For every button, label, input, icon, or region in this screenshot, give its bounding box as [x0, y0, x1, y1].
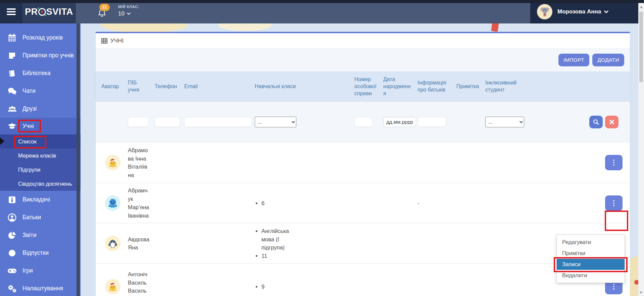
- sidebar-item-nalashtuvannia[interactable]: Налаштування: [0, 280, 81, 296]
- import-button[interactable]: ІМПОРТ: [558, 54, 589, 66]
- pie-chart-icon: [7, 231, 17, 239]
- app-window: PRSVITA 21 МІЙ КЛАС: 10 Морозова Анна Ро…: [0, 0, 644, 296]
- sidebar-item-biblioteka[interactable]: Бібліотека: [0, 64, 81, 82]
- student-inclusive: [483, 264, 533, 296]
- student-case-number: [352, 183, 381, 223]
- table-row: Абрамчук Мар’яна Іванівна6-: [96, 183, 630, 223]
- column-header-8: Інформація про батьків: [415, 71, 454, 102]
- sidebar-item-merezha-klasiv[interactable]: Мережа класів: [0, 149, 81, 163]
- chevron-down-icon: [127, 12, 131, 15]
- app-logo[interactable]: PRSVITA: [25, 7, 73, 17]
- column-header-4: Email: [182, 71, 252, 102]
- filter-phone-input[interactable]: [155, 117, 180, 127]
- scrollbar-thumb[interactable]: [639, 12, 643, 82]
- hamburger-icon: [7, 7, 16, 17]
- student-note: [454, 223, 483, 264]
- sidebar-item-rozklad-urokiv[interactable]: Розклад уроків: [0, 29, 81, 47]
- row-actions-button[interactable]: [605, 155, 623, 170]
- my-class-dropdown[interactable]: 10: [118, 10, 139, 17]
- table-header-row: АватарПІБ учняТелефонEmailНавчальні клас…: [96, 71, 630, 102]
- book-icon: [7, 69, 17, 77]
- sidebar-item-svidotstvo-dosiahnen[interactable]: Свідоцтво досягнень: [0, 177, 81, 191]
- column-header-1: Аватар: [96, 71, 125, 102]
- tie-icon: [7, 196, 17, 204]
- student-parents-info: [415, 142, 454, 183]
- sidebar-item-uchni[interactable]: Учні: [0, 118, 81, 134]
- student-avatar-chick-santa: [105, 155, 120, 170]
- circle-icon: [7, 249, 17, 257]
- student-classes: 6: [252, 183, 352, 223]
- sidebar-item-ihry[interactable]: Ігри: [0, 262, 81, 280]
- sidebar-item-label: Свідоцтво досягнень: [18, 181, 72, 187]
- student-birth-date: [381, 183, 415, 223]
- clear-filters-button[interactable]: [605, 116, 618, 128]
- student-name: Антоніч Василь Васильович: [125, 264, 152, 296]
- filter-classes-select[interactable]: ...: [255, 117, 296, 127]
- student-avatar-chick-santa: [105, 279, 120, 294]
- sidebar-scrollbar[interactable]: [77, 23, 80, 296]
- hamburger-menu-button[interactable]: [0, 0, 22, 23]
- calendar-icon: [7, 34, 17, 42]
- student-inclusive: [483, 183, 533, 223]
- sidebar-item-prymitky-pro-uchniv[interactable]: Примітки про учнів: [0, 47, 81, 64]
- sidebar-item-label: Налаштування: [22, 285, 63, 292]
- filter-name-input[interactable]: [128, 117, 149, 127]
- sidebar-item-label: Чати: [22, 87, 36, 95]
- student-avatar-octopus: [105, 195, 120, 211]
- sidebar-item-druzi[interactable]: Друзі: [0, 100, 81, 118]
- table-row: Абрамова Інна Віталіївна: [96, 142, 630, 183]
- sidebar-item-label: Викладачі: [22, 196, 50, 203]
- student-phone: [152, 223, 182, 264]
- page-title: УЧНІ: [110, 38, 124, 44]
- sidebar-item-zvity[interactable]: Звіти: [0, 226, 81, 244]
- sidebar-item-label: Відпустки: [22, 249, 49, 256]
- filter-inclusive-select[interactable]: ...: [485, 117, 524, 127]
- sidebar-item-batky[interactable]: Батьки: [0, 209, 81, 226]
- student-note: [454, 142, 483, 183]
- row-context-menu: РедагуватиПриміткиЗаписиВидалити: [556, 235, 625, 283]
- logo-play-icon: [38, 8, 46, 16]
- sidebar-item-label: Примітки про учнів: [22, 52, 74, 59]
- scroll-up-arrow-icon[interactable]: [640, 6, 643, 8]
- user-menu[interactable]: Морозова Анна: [530, 0, 638, 23]
- student-birth-date: [381, 142, 415, 183]
- sidebar-item-vykladachi[interactable]: Викладачі: [0, 191, 81, 209]
- person-circle-icon: [7, 213, 17, 222]
- notifications-button[interactable]: 21: [98, 9, 106, 19]
- add-button[interactable]: ДОДАТИ: [592, 54, 624, 66]
- context-menu-item-records[interactable]: Записи: [557, 259, 625, 270]
- sidebar-item-pidhrupy[interactable]: Підгрупи: [0, 163, 81, 177]
- context-menu-item-notes[interactable]: Примітки: [557, 248, 625, 259]
- filter-parents-input[interactable]: [417, 117, 446, 127]
- graduation-cap-icon: [7, 122, 17, 130]
- search-icon: [593, 119, 599, 125]
- window-top-strip: [0, 0, 644, 3]
- context-menu-item-delete[interactable]: Видалити: [557, 270, 625, 281]
- column-header-7: Дата народження: [381, 71, 415, 102]
- context-menu-item-edit[interactable]: Редагувати: [557, 237, 625, 248]
- page-scrollbar[interactable]: [638, 3, 644, 296]
- sidebar-item-vidpustky[interactable]: Відпустки: [0, 244, 81, 262]
- user-avatar: [537, 4, 552, 19]
- student-phone: [152, 264, 182, 296]
- student-case-number: [352, 223, 381, 264]
- filter-email-input[interactable]: [184, 117, 252, 127]
- column-header-5: Навчальні класи: [252, 71, 352, 102]
- table-grid-icon: [101, 38, 107, 44]
- search-button[interactable]: [589, 116, 603, 128]
- row-actions-button[interactable]: [605, 195, 623, 211]
- student-actions-cell: [533, 183, 630, 223]
- sidebar-item-chaty[interactable]: Чати: [0, 82, 81, 100]
- student-name: Абрамчук Мар’яна Іванівна: [125, 183, 152, 223]
- chat-icon: [7, 87, 17, 95]
- student-email: [182, 223, 252, 264]
- scroll-down-arrow-icon[interactable]: [640, 292, 642, 294]
- close-icon: [609, 120, 614, 124]
- filter-case-number-input[interactable]: [354, 117, 373, 127]
- notification-badge: 21: [99, 4, 110, 11]
- student-actions-cell: [533, 142, 630, 183]
- student-name: Абрамова Інна Віталіївна: [125, 142, 152, 183]
- student-inclusive: [483, 142, 533, 183]
- table-row: Авдєєва ЯнаАнглійська мова (І підгрупа)1…: [96, 223, 630, 264]
- sidebar-item-spysok[interactable]: Список: [0, 134, 81, 149]
